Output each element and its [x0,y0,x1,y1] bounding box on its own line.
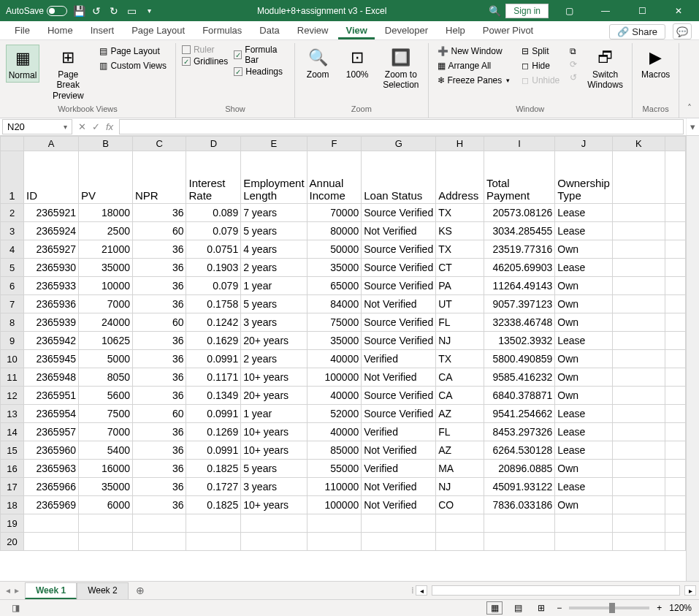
cell[interactable]: 0.1825 [186,460,241,478]
cell[interactable]: 36 [132,204,186,222]
cell[interactable]: 0.1758 [186,295,241,313]
normal-view-button[interactable]: ▦ Normal [6,45,39,83]
tab-view[interactable]: View [338,23,374,39]
cell[interactable] [241,514,307,533]
cell[interactable]: 10+ years [241,496,307,514]
cell[interactable]: 16000 [79,460,133,478]
cell[interactable]: 23519.77316 [484,240,554,259]
cell[interactable]: Ownership Type [555,151,613,204]
cell[interactable]: 2365942 [24,332,79,350]
cell[interactable]: 85000 [307,441,362,460]
cell[interactable]: 10+ years [241,423,307,441]
cell[interactable]: Own [555,277,613,295]
switch-windows-button[interactable]: 🗗Switch Windows [584,45,626,92]
zoom-level[interactable]: 120% [669,603,692,613]
zoom-out-button[interactable]: − [557,603,562,613]
cell[interactable]: 24000 [79,313,133,332]
column-header-C[interactable]: C [132,137,186,151]
cell[interactable]: Own [555,387,613,405]
cell[interactable]: 0.1825 [186,496,241,514]
row-header[interactable]: 7 [1,295,24,313]
cell[interactable]: 5 years [241,295,307,313]
cell[interactable]: 8050 [79,368,133,387]
cell[interactable]: TX [436,350,484,368]
cell[interactable]: 0.1727 [186,478,241,496]
cell[interactable]: 2365930 [24,259,79,277]
cell[interactable] [612,295,665,313]
cell[interactable]: Annual Income [307,151,362,204]
cell[interactable] [555,514,613,533]
cell[interactable]: 2 years [241,350,307,368]
cell[interactable]: 5400 [79,441,133,460]
cell[interactable] [484,514,554,533]
cell[interactable]: 2365921 [24,204,79,222]
cell[interactable] [307,533,362,551]
arrange-all-button[interactable]: ▦Arrange All [435,59,513,72]
cell[interactable]: 0.089 [186,204,241,222]
zoom-slider[interactable] [569,607,649,609]
tab-file[interactable]: File [7,23,37,39]
column-header-G[interactable]: G [362,137,436,151]
row-header[interactable]: 8 [1,313,24,332]
cell[interactable]: 36 [132,423,186,441]
cell[interactable]: 3 years [241,478,307,496]
row-header[interactable]: 6 [1,277,24,295]
cell[interactable] [612,332,665,350]
cell[interactable]: Loan Status [362,151,436,204]
row-header[interactable]: 19 [1,514,24,533]
cell[interactable] [24,533,79,551]
cell[interactable]: 1 year [241,405,307,423]
cell[interactable] [612,478,665,496]
cell[interactable]: 32338.46748 [484,313,554,332]
cell[interactable]: Source Verified [362,259,436,277]
cell[interactable]: 5800.490859 [484,350,554,368]
cell[interactable]: 6264.530128 [484,441,554,460]
cell[interactable]: 2365963 [24,460,79,478]
cell[interactable]: Not Verified [362,496,436,514]
column-header-B[interactable]: B [79,137,133,151]
cell[interactable] [612,204,665,222]
cell[interactable]: Lease [555,423,613,441]
cell[interactable]: 55000 [307,460,362,478]
cell[interactable]: FL [436,313,484,332]
cell[interactable] [612,496,665,514]
collapse-ribbon-button[interactable]: ˄ [679,43,699,118]
cell[interactable]: 20+ years [241,332,307,350]
cell[interactable]: Source Verified [362,313,436,332]
cell[interactable]: 60 [132,313,186,332]
cell[interactable]: 2365960 [24,441,79,460]
row-header[interactable]: 3 [1,222,24,240]
cell[interactable]: 2365945 [24,350,79,368]
cell[interactable]: 2365969 [24,496,79,514]
cell[interactable] [555,533,613,551]
cell[interactable]: 75000 [307,313,362,332]
zoom-100-button[interactable]: ⊡100% [340,45,374,81]
tab-insert[interactable]: Insert [83,23,122,39]
cell[interactable]: Own [555,496,613,514]
cell[interactable] [612,259,665,277]
cell[interactable] [484,533,554,551]
cell[interactable]: 7 years [241,204,307,222]
share-button[interactable]: 🔗 Share [609,24,665,39]
row-header[interactable]: 10 [1,350,24,368]
normal-view-status-button[interactable]: ▦ [486,601,503,615]
cell[interactable]: 7000 [79,423,133,441]
cell[interactable]: 5 years [241,460,307,478]
cell[interactable] [436,514,484,533]
cell[interactable]: 8453.297326 [484,423,554,441]
cell[interactable]: 6840.378871 [484,387,554,405]
cell[interactable]: 2365924 [24,222,79,240]
cell[interactable] [612,460,665,478]
cell[interactable]: 45091.93122 [484,478,554,496]
cell[interactable]: 11264.49143 [484,277,554,295]
search-icon[interactable]: 🔍 [489,5,501,17]
cell[interactable]: Not Verified [362,478,436,496]
cell[interactable]: 35000 [307,259,362,277]
headings-checkbox[interactable]: ✓Headings [234,66,289,77]
minimize-icon[interactable]: — [589,0,622,21]
cell[interactable]: 2365957 [24,423,79,441]
cell[interactable]: TX [436,204,484,222]
tab-power-pivot[interactable]: Power Pivot [475,23,541,39]
page-break-preview-button[interactable]: ⊞ Page Break Preview [45,45,91,102]
cell[interactable]: Own [555,240,613,259]
